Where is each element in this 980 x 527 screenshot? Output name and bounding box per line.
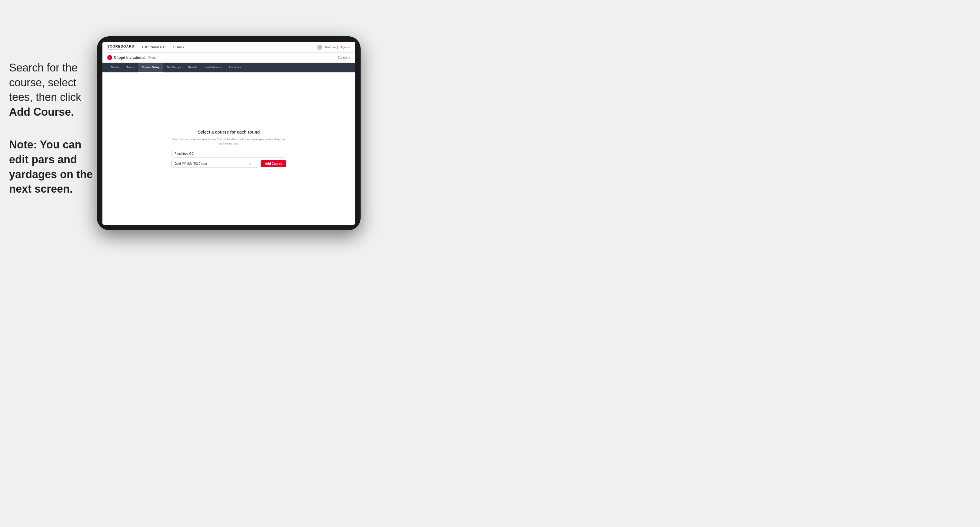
tournament-name: Clippd Invitational — [114, 56, 145, 60]
logo-sub: Powered by clippd — [107, 48, 134, 50]
user-text: Test User | — [325, 46, 338, 49]
chevron-down-icon[interactable]: ⌃ — [253, 162, 255, 165]
tablet-screen: SCOREBOARD Powered by clippd TOURNAMENTS… — [102, 42, 355, 225]
nav-teams[interactable]: TEAMS — [173, 45, 184, 49]
tab-results[interactable]: Results — [185, 63, 201, 72]
main-content: Select a course for each round Search fo… — [102, 72, 355, 225]
tournament-title: C Clippd Invitational (Men) — [107, 55, 156, 60]
tournament-icon: C — [107, 55, 112, 60]
tab-course-setup[interactable]: Course Setup — [138, 63, 163, 72]
tablet-device: SCOREBOARD Powered by clippd TOURNAMENTS… — [97, 37, 361, 230]
panel-description: Search for a course and select a tee. Yo… — [171, 138, 286, 146]
note-line3: yardages on the — [9, 168, 93, 181]
tournament-header: C Clippd Invitational (Men) Cancel ✕ — [102, 53, 355, 63]
annotation-note: Note: You can edit pars and yardages on … — [9, 138, 94, 196]
annotation-bold: Add Course. — [9, 106, 74, 118]
note-line2: edit pars and — [9, 153, 77, 166]
tab-teams[interactable]: Teams — [123, 63, 138, 72]
tab-leaderboards[interactable]: Leaderboards — [201, 63, 225, 72]
tee-select-row: Gold (M) (M) (7010 yds) ✕ ⌃ Add Course — [171, 160, 286, 167]
note-line1: Note: You can — [9, 138, 81, 151]
nav-right: U Test User | Sign out — [317, 44, 350, 50]
panel-title: Select a course for each round — [171, 130, 286, 135]
tab-details[interactable]: Details — [107, 63, 123, 72]
note-line4: next screen. — [9, 183, 73, 195]
tee-select-controls: ✕ ⌃ — [249, 162, 255, 165]
sign-out-link[interactable]: Sign out — [340, 46, 350, 49]
annotation-line1: Search for the — [9, 62, 78, 74]
annotation-line3: tees, then click — [9, 91, 81, 103]
tab-tee-groups[interactable]: Tee Groups — [163, 63, 185, 72]
course-setup-panel: Select a course for each round Search fo… — [171, 130, 286, 167]
logo: SCOREBOARD Powered by clippd — [107, 44, 134, 50]
tee-select-value: Gold (M) (M) (7010 yds) — [175, 162, 207, 165]
logo-text: SCOREBOARD — [107, 44, 134, 48]
add-course-button[interactable]: Add Course — [261, 160, 286, 167]
top-navigation: SCOREBOARD Powered by clippd TOURNAMENTS… — [102, 42, 355, 53]
nav-links: TOURNAMENTS TEAMS — [142, 45, 317, 49]
cancel-button[interactable]: Cancel ✕ — [337, 56, 350, 59]
left-annotation: Search for the course, select tees, then… — [9, 60, 94, 197]
clear-icon[interactable]: ✕ — [249, 162, 251, 165]
course-search-input[interactable] — [171, 150, 286, 157]
annotation-line2: course, select — [9, 76, 76, 89]
tab-printables[interactable]: Printables — [225, 63, 245, 72]
tournament-gender: (Men) — [148, 56, 156, 59]
nav-tournaments[interactable]: TOURNAMENTS — [142, 45, 167, 49]
tab-bar: Details Teams Course Setup Tee Groups Re… — [102, 63, 355, 72]
tee-select[interactable]: Gold (M) (M) (7010 yds) ✕ ⌃ — [171, 160, 258, 167]
user-avatar: U — [317, 44, 323, 50]
